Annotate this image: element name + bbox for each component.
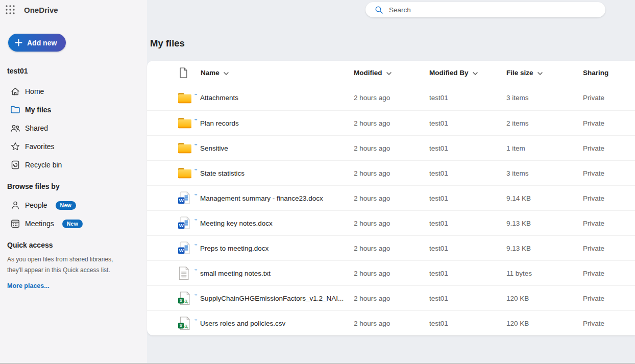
file-name[interactable]: small meeting notes.txt	[200, 270, 275, 277]
page-icon	[179, 67, 188, 78]
sharing-cell[interactable]: Private	[583, 245, 635, 252]
click-indicator-icon	[193, 320, 200, 323]
file-name[interactable]: Attachments	[200, 94, 242, 102]
quick-access-description: As you open files from shared libraries,…	[7, 254, 116, 276]
browse-files-heading: Browse files by	[7, 182, 147, 192]
sidebar-item-my-files[interactable]: My files	[0, 101, 147, 119]
new-badge: New	[62, 220, 83, 228]
app-title: OneDrive	[24, 6, 58, 14]
modified-by-cell: test01	[429, 295, 506, 302]
word-doc-icon: W	[178, 216, 191, 230]
column-header-label: File size	[506, 69, 533, 77]
primary-nav: Home My files Shared Favorites Recycle b…	[0, 82, 147, 174]
file-size-cell: 11 bytes	[506, 270, 583, 277]
column-header-label: Name	[201, 69, 219, 77]
add-new-label: Add new	[27, 39, 57, 47]
more-places-link[interactable]: More places...	[7, 282, 50, 289]
file-name[interactable]: Plan records	[200, 119, 243, 127]
file-name[interactable]: State statistics	[200, 169, 249, 177]
file-name[interactable]: Preps to meeting.docx	[200, 245, 273, 252]
word-doc-icon: W	[178, 241, 191, 255]
column-header-modified-by[interactable]: Modified By	[429, 69, 506, 77]
modified-by-cell: test01	[429, 144, 506, 152]
modified-by-cell: test01	[429, 245, 506, 252]
sharing-cell[interactable]: Private	[583, 220, 635, 227]
browse-item-meetings[interactable]: Meetings New	[0, 214, 147, 233]
sidebar-item-recycle-bin[interactable]: Recycle bin	[0, 156, 147, 174]
column-header-file-size[interactable]: File size	[506, 69, 583, 77]
sidebar-item-home[interactable]: Home	[0, 82, 147, 101]
file-row[interactable]: W Meeting key notes.docx 2 hours ago tes…	[147, 210, 635, 235]
browse-nav: People New Meetings New	[0, 196, 147, 233]
folder-icon	[178, 117, 192, 129]
sharing-cell[interactable]: Private	[583, 295, 635, 302]
file-size-cell: 120 KB	[506, 295, 583, 302]
file-row[interactable]: Plan records 2 hours ago test01 2 items …	[147, 110, 635, 135]
modified-by-cell: test01	[429, 169, 506, 177]
search-box[interactable]	[365, 2, 605, 17]
modified-cell: 2 hours ago	[354, 270, 429, 277]
chevron-down-icon	[224, 72, 229, 75]
modified-cell: 2 hours ago	[354, 195, 429, 202]
sharing-cell[interactable]: Private	[583, 270, 635, 277]
column-header-label: Modified	[354, 69, 382, 77]
modified-cell: 2 hours ago	[354, 245, 429, 252]
chevron-down-icon	[473, 72, 478, 75]
file-row[interactable]: Sensitive 2 hours ago test01 1 item Priv…	[147, 135, 635, 160]
modified-by-cell: test01	[429, 195, 506, 202]
file-name[interactable]: SupplyChainGHGEmissionFactors_v1.2_NAI..…	[200, 295, 348, 302]
folder-outline-icon	[10, 105, 20, 115]
sharing-cell[interactable]: Private	[583, 195, 635, 202]
column-header-sharing[interactable]: Sharing	[583, 69, 635, 77]
sharing-cell[interactable]: Private	[583, 320, 635, 327]
recycle-bin-icon	[10, 160, 20, 170]
column-header-name[interactable]: Name	[193, 69, 354, 77]
folder-icon	[178, 167, 192, 179]
click-indicator-icon	[193, 195, 200, 198]
column-header-modified[interactable]: Modified	[354, 69, 429, 77]
sharing-cell[interactable]: Private	[583, 144, 635, 152]
modified-cell: 2 hours ago	[354, 169, 429, 177]
browse-item-people[interactable]: People New	[0, 196, 147, 214]
sidebar-item-shared[interactable]: Shared	[0, 119, 147, 137]
file-row[interactable]: W Preps to meeting.docx 2 hours ago test…	[147, 235, 635, 260]
click-indicator-icon	[193, 94, 200, 97]
search-input[interactable]	[389, 6, 588, 14]
file-size-cell: 3 items	[506, 94, 583, 102]
people-icon	[10, 123, 20, 133]
sharing-cell[interactable]: Private	[583, 94, 635, 102]
file-row[interactable]: small meeting notes.txt 2 hours ago test…	[147, 260, 635, 285]
word-doc-icon: W	[178, 191, 191, 205]
sidebar-item-label: Recycle bin	[25, 161, 62, 169]
svg-text:X: X	[180, 298, 183, 303]
file-row[interactable]: Attachments 2 hours ago test01 3 items P…	[147, 85, 635, 110]
file-row[interactable]: State statistics 2 hours ago test01 3 it…	[147, 160, 635, 185]
sidebar-item-label: Home	[25, 87, 44, 95]
app-launcher-button[interactable]	[2, 1, 19, 18]
star-icon	[10, 141, 20, 152]
file-row[interactable]: W Management summary - finance23.docx 2 …	[147, 185, 635, 210]
file-row[interactable]: a,X SupplyChainGHGEmissionFactors_v1.2_N…	[147, 285, 635, 310]
main-content: My files Name Modified Modified By File …	[147, 0, 635, 364]
txt-file-icon	[178, 266, 190, 280]
svg-text:W: W	[179, 248, 184, 253]
file-name[interactable]: Sensitive	[200, 144, 232, 152]
chevron-down-icon	[386, 72, 392, 75]
click-indicator-icon	[193, 144, 200, 148]
click-indicator-icon	[193, 295, 200, 298]
sharing-cell[interactable]: Private	[583, 169, 635, 177]
top-bar: OneDrive	[0, 0, 635, 19]
click-indicator-icon	[193, 119, 200, 123]
sharing-cell[interactable]: Private	[583, 119, 635, 127]
file-row[interactable]: a,X Users roles and policies.csv 2 hours…	[147, 310, 635, 335]
folder-icon	[178, 142, 192, 154]
file-type-column-header[interactable]	[172, 67, 193, 78]
file-name[interactable]: Management summary - finance23.docx	[200, 195, 327, 202]
sidebar-item-favorites[interactable]: Favorites	[0, 137, 147, 156]
file-size-cell: 9.13 KB	[506, 220, 583, 227]
modified-cell: 2 hours ago	[354, 320, 429, 327]
file-name[interactable]: Meeting key notes.docx	[200, 220, 277, 227]
account-name: test01	[7, 67, 147, 77]
add-new-button[interactable]: Add new	[8, 34, 66, 52]
file-name[interactable]: Users roles and policies.csv	[200, 320, 289, 327]
